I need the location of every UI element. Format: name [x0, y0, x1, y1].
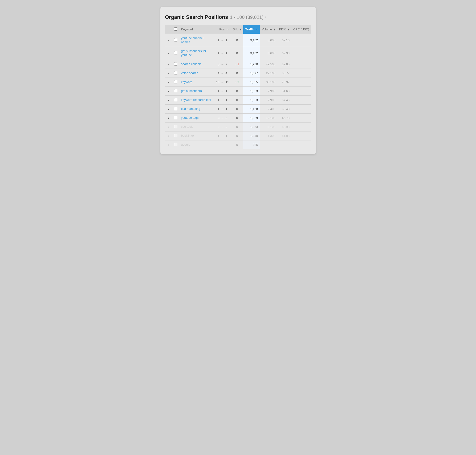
- checkbox-cell[interactable]: [172, 47, 179, 60]
- expand-button[interactable]: ›: [168, 98, 169, 102]
- keyword-cell[interactable]: search console: [179, 60, 214, 69]
- row-checkbox[interactable]: [174, 71, 177, 74]
- checkbox-cell[interactable]: [172, 69, 179, 78]
- keyword-link[interactable]: keyword research tool: [181, 98, 211, 102]
- cpc-cell: [291, 131, 311, 140]
- expand-cell[interactable]: ›: [165, 87, 172, 95]
- keyword-link[interactable]: get subscribers: [181, 89, 202, 93]
- pos-from: 1: [218, 51, 219, 55]
- row-checkbox[interactable]: [174, 125, 177, 128]
- keyword-link[interactable]: google: [181, 143, 190, 146]
- row-checkbox[interactable]: [174, 38, 177, 41]
- expand-cell[interactable]: ›: [165, 47, 172, 60]
- keyword-link[interactable]: voice search: [181, 71, 198, 75]
- checkbox-cell[interactable]: [172, 87, 179, 95]
- checkbox-cell[interactable]: [172, 34, 179, 47]
- volume-cell: 6,600: [260, 34, 277, 47]
- kd-sort-icon: ⬍: [288, 28, 290, 31]
- row-checkbox[interactable]: [174, 89, 177, 92]
- keyword-cell[interactable]: keyword: [179, 78, 214, 87]
- keyword-link[interactable]: get subscribers for youtube: [181, 49, 206, 57]
- keyword-cell[interactable]: voice search: [179, 69, 214, 78]
- info-icon[interactable]: i: [266, 15, 266, 19]
- keyword-link[interactable]: cpa marketing: [181, 107, 201, 111]
- expand-button[interactable]: ›: [168, 134, 169, 138]
- expand-cell[interactable]: ›: [165, 95, 172, 104]
- keyword-link[interactable]: seo tools: [181, 125, 193, 128]
- traffic-cell: 1,363: [243, 87, 260, 95]
- checkbox-cell[interactable]: [172, 131, 179, 140]
- keyword-cell[interactable]: get subscribers: [179, 87, 214, 95]
- row-checkbox[interactable]: [174, 80, 177, 83]
- expand-button[interactable]: ›: [168, 116, 169, 120]
- keyword-cell[interactable]: cpa marketing: [179, 104, 214, 113]
- pos-to: 1: [226, 98, 227, 102]
- checkbox-cell[interactable]: [172, 113, 179, 122]
- row-checkbox[interactable]: [174, 62, 177, 65]
- keyword-link[interactable]: youtube tags: [181, 116, 199, 120]
- kd-cell: 83.77: [277, 69, 291, 78]
- position-cell: 4 → 4: [214, 69, 231, 78]
- th-diff[interactable]: Diff. ⬍: [231, 25, 243, 34]
- kd-cell: 66.48: [277, 104, 291, 113]
- expand-button[interactable]: ›: [168, 38, 169, 42]
- checkbox-cell[interactable]: [172, 60, 179, 69]
- keyword-cell[interactable]: youtube tags: [179, 113, 214, 122]
- expand-cell[interactable]: ›: [165, 140, 172, 149]
- expand-button[interactable]: ›: [168, 89, 169, 93]
- expand-cell[interactable]: ›: [165, 34, 172, 47]
- keyword-cell[interactable]: google: [179, 140, 214, 149]
- row-checkbox[interactable]: [174, 134, 177, 137]
- th-checkbox: [172, 25, 179, 34]
- th-pos[interactable]: Pos. ⬍: [214, 25, 231, 34]
- keyword-cell[interactable]: get subscribers for youtube: [179, 47, 214, 60]
- th-keyword[interactable]: Keyword: [179, 25, 214, 34]
- diff-cell: ↑ 2: [231, 78, 243, 87]
- checkbox-cell[interactable]: [172, 95, 179, 104]
- keyword-cell[interactable]: backlinko: [179, 131, 214, 140]
- th-traffic[interactable]: Traffic ⬍: [243, 25, 260, 34]
- expand-cell[interactable]: ›: [165, 78, 172, 87]
- volume-cell: 33,100: [260, 78, 277, 87]
- checkbox-cell[interactable]: [172, 140, 179, 149]
- expand-button[interactable]: ›: [168, 51, 169, 55]
- row-checkbox[interactable]: [174, 143, 177, 146]
- expand-cell[interactable]: ›: [165, 69, 172, 78]
- traffic-cell: 1,053: [243, 122, 260, 131]
- expand-button[interactable]: ›: [168, 107, 169, 111]
- keyword-link[interactable]: backlinko: [181, 134, 194, 137]
- expand-button[interactable]: ›: [168, 71, 169, 75]
- keyword-cell[interactable]: keyword research tool: [179, 95, 214, 104]
- diff-value: 0: [236, 134, 238, 138]
- row-checkbox[interactable]: [174, 116, 177, 119]
- expand-button[interactable]: ›: [168, 143, 169, 146]
- expand-button[interactable]: ›: [168, 80, 169, 84]
- volume-cell: 49,500: [260, 60, 277, 69]
- traffic-cell: 3,102: [243, 47, 260, 60]
- row-checkbox[interactable]: [174, 98, 177, 101]
- checkbox-cell[interactable]: [172, 122, 179, 131]
- keyword-cell[interactable]: youtube channel names: [179, 34, 214, 47]
- keyword-link[interactable]: search console: [181, 62, 202, 66]
- volume-cell: 2,900: [260, 87, 277, 95]
- diff-cell: 0: [231, 104, 243, 113]
- th-volume[interactable]: Volume ⬍: [260, 25, 277, 34]
- pos-sort-icon: ⬍: [227, 28, 229, 31]
- expand-cell[interactable]: ›: [165, 104, 172, 113]
- expand-cell[interactable]: ›: [165, 113, 172, 122]
- expand-cell[interactable]: ›: [165, 122, 172, 131]
- expand-button[interactable]: ›: [168, 125, 169, 129]
- keyword-link[interactable]: youtube channel names: [181, 36, 203, 44]
- traffic-cell: 1,128: [243, 104, 260, 113]
- expand-cell[interactable]: ›: [165, 131, 172, 140]
- th-kd[interactable]: KD% ⬍: [277, 25, 291, 34]
- checkbox-cell[interactable]: [172, 78, 179, 87]
- keyword-cell[interactable]: seo tools: [179, 122, 214, 131]
- checkbox-cell[interactable]: [172, 104, 179, 113]
- expand-cell[interactable]: ›: [165, 60, 172, 69]
- keyword-link[interactable]: keyword: [181, 80, 193, 84]
- select-all-checkbox[interactable]: [174, 27, 177, 31]
- row-checkbox[interactable]: [174, 51, 177, 54]
- expand-button[interactable]: ›: [168, 62, 169, 66]
- row-checkbox[interactable]: [174, 107, 177, 110]
